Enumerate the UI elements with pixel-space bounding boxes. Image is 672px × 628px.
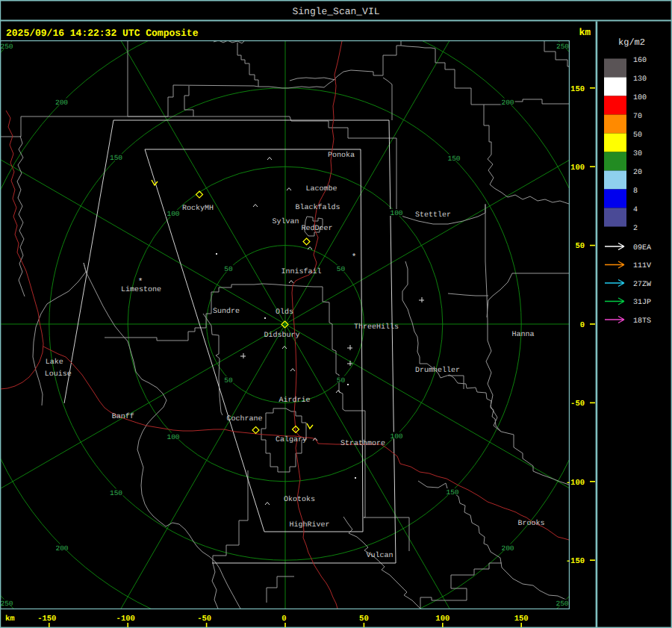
svg-text:150: 150 <box>570 85 585 94</box>
svg-text:18TS: 18TS <box>633 317 651 326</box>
svg-text:70: 70 <box>633 113 642 121</box>
svg-text:-100: -100 <box>566 479 585 488</box>
svg-text:Olds: Olds <box>276 308 293 317</box>
svg-text:Louise: Louise <box>45 370 72 379</box>
svg-text:8: 8 <box>633 187 638 196</box>
svg-text:Stettler: Stettler <box>415 211 451 220</box>
svg-text:200: 200 <box>501 544 514 553</box>
svg-text:50: 50 <box>224 265 233 273</box>
svg-text:Cochrane: Cochrane <box>226 414 262 423</box>
svg-text:Strathmore: Strathmore <box>340 439 385 448</box>
svg-text:20: 20 <box>633 169 642 177</box>
svg-text:km: km <box>5 615 15 624</box>
svg-text:Sylvan: Sylvan <box>272 217 299 226</box>
svg-text:250: 250 <box>0 600 13 608</box>
svg-text:HighRiver: HighRiver <box>289 520 329 529</box>
svg-text:150: 150 <box>446 488 458 497</box>
svg-text:150: 150 <box>514 615 529 624</box>
svg-text:50: 50 <box>224 376 233 385</box>
svg-text:Drumheller: Drumheller <box>415 366 460 375</box>
svg-text:2025/09/16 14:22:32 UTC Compos: 2025/09/16 14:22:32 UTC Composite <box>6 28 199 39</box>
svg-text:31JP: 31JP <box>633 299 651 307</box>
svg-text:50: 50 <box>575 242 585 251</box>
svg-text:Ponoka: Ponoka <box>328 151 355 160</box>
svg-text:0: 0 <box>580 321 585 330</box>
svg-text:0: 0 <box>281 615 286 624</box>
svg-text:Hanna: Hanna <box>511 331 534 339</box>
svg-text:50: 50 <box>633 131 642 140</box>
svg-text:Lacombe: Lacombe <box>305 184 337 193</box>
svg-text:150: 150 <box>110 489 122 497</box>
svg-text:250: 250 <box>556 43 569 51</box>
svg-text:100: 100 <box>167 433 179 441</box>
svg-text:km: km <box>579 27 591 38</box>
svg-text:Airdrie: Airdrie <box>279 396 310 405</box>
svg-text:-150: -150 <box>37 615 56 624</box>
svg-text:Vulcan: Vulcan <box>366 551 393 560</box>
svg-text:Single_Scan_VIL: Single_Scan_VIL <box>292 6 379 17</box>
svg-text:150: 150 <box>110 154 122 162</box>
svg-text:111V: 111V <box>633 262 651 270</box>
svg-text:200: 200 <box>55 544 68 553</box>
svg-text:-50: -50 <box>570 400 585 408</box>
svg-text:30: 30 <box>633 150 642 158</box>
svg-text:-50: -50 <box>197 615 211 624</box>
svg-text:130: 130 <box>633 75 647 84</box>
svg-text:Blackfalds: Blackfalds <box>295 203 340 212</box>
svg-text:100: 100 <box>390 432 402 441</box>
svg-text:50: 50 <box>337 265 346 273</box>
svg-text:250: 250 <box>556 600 568 608</box>
svg-text:09EA: 09EA <box>633 244 651 252</box>
svg-text:Lake: Lake <box>46 358 63 367</box>
svg-text:50: 50 <box>359 615 369 624</box>
svg-text:Limestone: Limestone <box>121 285 161 294</box>
svg-text:50: 50 <box>337 376 346 385</box>
svg-text:100: 100 <box>390 209 402 217</box>
svg-text:ThreeHills: ThreeHills <box>354 323 399 332</box>
svg-text:100: 100 <box>570 164 585 172</box>
svg-text:*: * <box>352 253 357 262</box>
svg-text:Banff: Banff <box>112 412 134 421</box>
svg-text:Sundre: Sundre <box>213 307 240 316</box>
svg-text:-100: -100 <box>116 615 135 624</box>
svg-text:Okotoks: Okotoks <box>284 495 315 504</box>
svg-text:RockyMH: RockyMH <box>182 204 214 213</box>
svg-text:100: 100 <box>435 615 449 624</box>
svg-text:-150: -150 <box>566 557 585 566</box>
svg-text:100: 100 <box>167 210 179 218</box>
svg-text:kg/m2: kg/m2 <box>618 37 645 48</box>
svg-text:2: 2 <box>633 225 638 233</box>
svg-text:RedDeer: RedDeer <box>301 224 332 233</box>
svg-text:160: 160 <box>633 57 647 65</box>
svg-text:Innisfail: Innisfail <box>281 267 321 276</box>
svg-text:150: 150 <box>447 155 460 163</box>
svg-text:4: 4 <box>633 206 638 214</box>
svg-text:200: 200 <box>55 99 68 107</box>
svg-text:100: 100 <box>633 94 647 102</box>
svg-text:Brooks: Brooks <box>517 519 544 528</box>
svg-text:Calgary: Calgary <box>276 435 307 444</box>
svg-text:250: 250 <box>0 43 13 51</box>
svg-text:Didsbury: Didsbury <box>264 331 299 340</box>
svg-text:27ZW: 27ZW <box>633 281 651 289</box>
svg-text:200: 200 <box>501 99 514 107</box>
